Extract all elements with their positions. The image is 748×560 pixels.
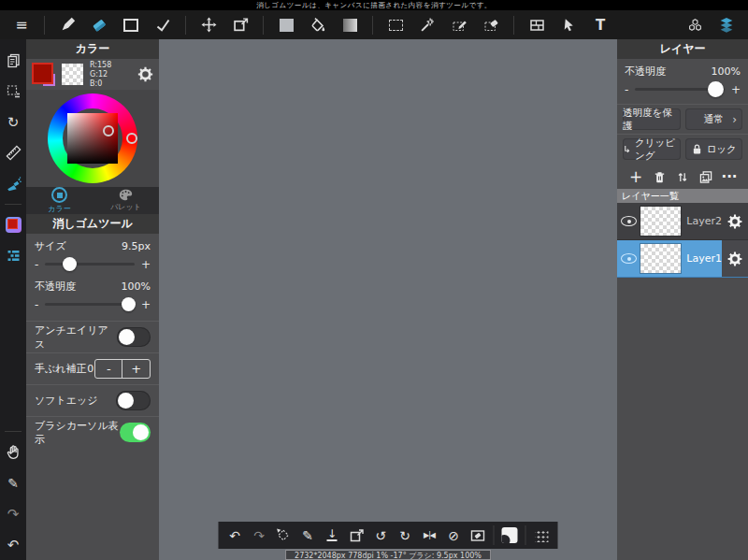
layer-opacity-minus[interactable]: -	[625, 83, 628, 96]
material-toggle-button[interactable]	[498, 524, 522, 547]
pen-edit-button[interactable]: ✎	[0, 467, 26, 498]
opacity-slider-thumb[interactable]	[122, 297, 136, 311]
layer-opacity-plus[interactable]: +	[731, 83, 741, 96]
blend-mode-button[interactable]: 通常 ›	[685, 108, 743, 130]
gradient-tool-button[interactable]	[334, 13, 366, 37]
stabilizer-decrease-button[interactable]: -	[95, 360, 123, 378]
opacity-minus[interactable]: -	[35, 298, 38, 311]
protect-alpha-button[interactable]: 透明度を保護	[623, 108, 681, 130]
toolbar-drag-handle[interactable]	[530, 524, 554, 547]
reset-rotation-button[interactable]: ↻	[0, 107, 26, 137]
layer-opacity-slider[interactable]	[635, 88, 725, 91]
undo-button[interactable]: ↶	[223, 524, 247, 547]
size-slider[interactable]	[45, 263, 135, 266]
softedge-setting: ソフトエッジ	[26, 384, 159, 416]
color-swatch-button[interactable]	[270, 13, 302, 37]
sv-indicator[interactable]	[103, 125, 114, 136]
color-settings-gear-icon[interactable]	[137, 66, 153, 82]
tab-color[interactable]: カラー	[26, 187, 93, 214]
free-transform-button[interactable]	[272, 524, 295, 547]
saturation-value-square[interactable]	[67, 113, 118, 164]
layer-row-layer2[interactable]: Layer2	[617, 203, 748, 240]
redo-button[interactable]: ↷	[0, 498, 26, 529]
undo-button[interactable]: ↶	[0, 529, 26, 560]
opacity-slider[interactable]	[45, 303, 135, 306]
select-layer-button[interactable]	[0, 76, 26, 107]
layer-panel-title: レイヤー	[660, 41, 706, 57]
redo-button[interactable]: ↷	[248, 524, 271, 547]
duplicate-layer-button[interactable]	[697, 168, 715, 185]
eraser-tool-button-active[interactable]	[83, 13, 115, 37]
transparent-color-swatch[interactable]	[62, 64, 83, 85]
menu-icon[interactable]: ≡	[6, 13, 37, 37]
select-pen-button[interactable]	[443, 13, 475, 37]
brush-list-button[interactable]	[0, 240, 26, 271]
pen-button[interactable]: ✎	[296, 524, 320, 547]
main-color-swatch	[32, 63, 53, 84]
free-transform-icon	[276, 527, 292, 543]
layer2-settings-button[interactable]	[722, 203, 748, 239]
layer-row-layer1-selected[interactable]: Layer1	[617, 240, 748, 278]
lock-button[interactable]: ロック	[685, 138, 743, 160]
foreground-color-swatch[interactable]	[32, 63, 55, 86]
move-tool-button[interactable]	[193, 13, 224, 37]
bottom-toolbar: ↶ ↷ ✎ ↓ ↺ ↻ ▶|◀ ⊘	[219, 522, 558, 549]
text-tool-button[interactable]: T	[584, 13, 616, 37]
color-panel-button[interactable]	[0, 209, 26, 240]
rotate-ccw-button[interactable]: ↺	[369, 524, 393, 547]
magic-wand-button[interactable]	[411, 13, 443, 37]
canvas-area[interactable]: ↶ ↷ ✎ ↓ ↺ ↻ ▶|◀ ⊘	[159, 39, 617, 560]
layer-panel-header: レイヤー	[617, 39, 748, 59]
opacity-plus[interactable]: +	[141, 298, 151, 311]
opacity-setting: 不透明度 100% - +	[26, 274, 159, 314]
layer-panel-button-active[interactable]	[711, 13, 742, 37]
shape-tool-button[interactable]	[115, 13, 147, 37]
ruler-button[interactable]	[0, 137, 26, 168]
layer1-visibility-button[interactable]	[617, 253, 640, 264]
rotate-cw-button[interactable]: ↻	[394, 524, 417, 547]
brush-cursor-toggle[interactable]	[120, 423, 151, 442]
color-wheel-zone	[26, 90, 159, 187]
layer-opacity-thumb[interactable]	[708, 81, 724, 97]
size-minus[interactable]: -	[35, 258, 38, 271]
operation-tool-button[interactable]	[553, 13, 584, 37]
polyline-tool-button[interactable]	[147, 13, 179, 37]
rail-divider	[5, 204, 22, 205]
sort-arrows-icon	[676, 170, 689, 184]
hue-indicator[interactable]	[126, 133, 137, 144]
panel-divide-button[interactable]	[521, 13, 553, 37]
layer1-thumbnail	[640, 244, 681, 273]
stabilizer-increase-button[interactable]: +	[122, 360, 150, 378]
softedge-toggle[interactable]	[116, 391, 151, 410]
disable-draw-button[interactable]: ⊘	[442, 524, 466, 547]
select-tool-button[interactable]	[380, 13, 411, 37]
material-panel-button[interactable]	[679, 13, 711, 37]
plus-icon: +	[629, 167, 642, 186]
select-eraser-button[interactable]	[475, 13, 507, 37]
delete-layer-button[interactable]	[650, 168, 669, 185]
rotate-ccw-icon: ↺	[375, 528, 386, 543]
clear-layer-button[interactable]	[467, 524, 490, 547]
add-layer-button[interactable]: +	[626, 168, 645, 185]
layer-opacity-label: 不透明度	[625, 65, 666, 79]
layer2-visibility-button[interactable]	[617, 216, 640, 226]
hand-tool-button[interactable]	[0, 437, 26, 467]
palette-icon	[119, 189, 133, 201]
bucket-tool-button[interactable]	[302, 13, 334, 37]
tab-palette[interactable]: パレット	[93, 187, 159, 214]
layer-order-button[interactable]	[673, 168, 692, 185]
layer1-settings-button[interactable]	[722, 240, 748, 277]
brush-tool-button[interactable]	[51, 13, 83, 37]
pages-panel-button[interactable]	[0, 45, 26, 76]
antialias-toggle[interactable]	[117, 327, 151, 347]
transform-tool-button[interactable]	[224, 13, 256, 37]
layer-more-button[interactable]: ···	[720, 168, 739, 185]
airbrush-button-active[interactable]	[0, 168, 26, 199]
tool-panel-header: 消しゴムツール	[26, 214, 159, 234]
clipping-button[interactable]: クリッピング	[623, 138, 681, 160]
size-plus[interactable]: +	[141, 258, 151, 271]
save-button[interactable]: ↓	[321, 524, 344, 547]
size-slider-thumb[interactable]	[63, 257, 77, 271]
export-button[interactable]	[345, 524, 368, 547]
flip-horizontal-button[interactable]: ▶|◀	[418, 524, 441, 547]
